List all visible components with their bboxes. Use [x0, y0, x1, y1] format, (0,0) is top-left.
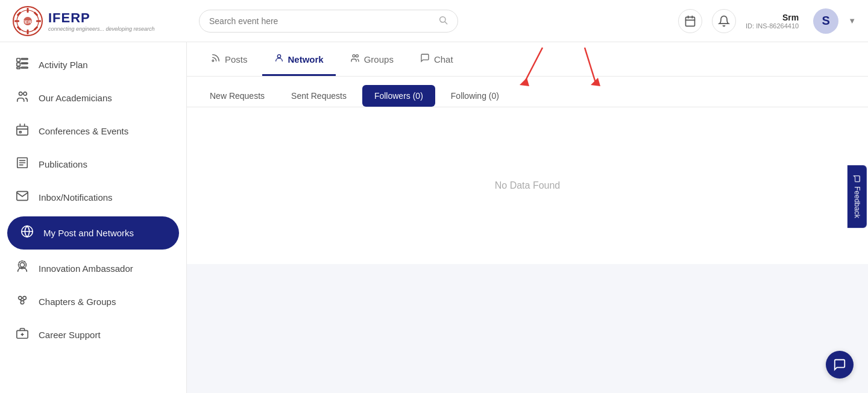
sub-tab-following[interactable]: Following (0): [440, 85, 510, 107]
sidebar-item-inbox-notifications[interactable]: Inbox/Notifications: [0, 181, 186, 214]
sidebar-item-activity-plan[interactable]: Activity Plan: [0, 48, 186, 81]
svg-rect-20: [17, 63, 20, 66]
header-right: Srm ID: INS-86264410 S ▼: [678, 8, 856, 34]
sub-tabs: New Requests Sent Requests Followers (0)…: [187, 77, 868, 107]
sidebar-item-my-post-networks[interactable]: My Post and Networks: [7, 216, 179, 250]
sub-tab-followers[interactable]: Followers (0): [362, 85, 435, 107]
svg-point-45: [277, 55, 280, 58]
svg-rect-7: [34, 11, 39, 16]
svg-rect-9: [34, 26, 39, 31]
logo-name: IFERP: [48, 10, 155, 26]
sidebar-item-innovation-ambassador[interactable]: Innovation Ambassador: [0, 252, 186, 285]
svg-point-46: [353, 55, 355, 57]
sidebar-item-career-support[interactable]: Career Support: [0, 318, 186, 351]
svg-line-13: [445, 22, 447, 24]
svg-rect-2: [27, 8, 29, 13]
sidebar-label-career-support: Career Support: [39, 330, 101, 340]
svg-point-25: [24, 92, 27, 96]
svg-rect-6: [17, 11, 22, 16]
sidebar: Activity Plan Our Academicians Conferenc…: [0, 42, 187, 393]
sidebar-label-chapters-groups: Chapters & Groups: [39, 297, 116, 307]
svg-point-24: [19, 92, 23, 96]
svg-rect-22: [17, 67, 20, 69]
notification-bell-button[interactable]: [712, 9, 736, 33]
tab-groups[interactable]: Groups: [338, 42, 406, 76]
chat-tab-label: Chat: [434, 54, 453, 64]
our-academicians-icon: [14, 90, 30, 106]
user-name: Srm: [782, 13, 799, 22]
svg-rect-5: [36, 20, 41, 22]
new-requests-label: New Requests: [210, 91, 265, 101]
no-data-area: No Data Found: [187, 107, 868, 264]
sidebar-label-our-academicians: Our Academicians: [39, 93, 112, 103]
dropdown-arrow-icon[interactable]: ▼: [848, 16, 856, 25]
sub-tab-sent-requests[interactable]: Sent Requests: [280, 85, 357, 107]
posts-tab-icon: [211, 53, 221, 66]
logo-icon: IFERP: [12, 5, 43, 37]
groups-tab-icon: [350, 53, 360, 66]
svg-point-34: [20, 263, 24, 267]
groups-tab-label: Groups: [364, 54, 394, 64]
career-support-icon: [14, 327, 30, 343]
network-tab-icon: [274, 53, 284, 66]
no-data-text: No Data Found: [495, 180, 561, 191]
svg-rect-26: [17, 127, 28, 136]
chat-tab-icon: [420, 53, 430, 66]
sidebar-item-chapters-groups[interactable]: Chapters & Groups: [0, 285, 186, 318]
posts-tab-label: Posts: [225, 54, 248, 64]
svg-rect-21: [21, 63, 28, 64]
tab-chat[interactable]: Chat: [408, 42, 465, 76]
chat-bubble-button[interactable]: [826, 351, 854, 379]
svg-text:IFERP: IFERP: [20, 19, 35, 25]
tab-posts[interactable]: Posts: [199, 42, 260, 76]
chapters-groups-icon: [14, 294, 30, 310]
sub-tabs-wrapper: New Requests Sent Requests Followers (0)…: [187, 77, 868, 107]
logo-text: IFERP connecting engineers... developing…: [48, 10, 155, 32]
main-tabs: Posts Network Groups: [187, 42, 868, 77]
avatar[interactable]: S: [813, 8, 838, 34]
calendar-button[interactable]: [678, 9, 702, 33]
sidebar-label-innovation-ambassador: Innovation Ambassador: [39, 263, 133, 274]
sidebar-label-inbox-notifications: Inbox/Notifications: [39, 192, 113, 203]
svg-rect-23: [21, 67, 28, 68]
svg-point-37: [23, 297, 26, 300]
sidebar-item-publications[interactable]: Publications: [0, 148, 186, 181]
user-id: ID: INS-86264410: [746, 22, 799, 30]
sidebar-item-conferences-events[interactable]: Conferences & Events: [0, 115, 186, 148]
content-area: Posts Network Groups: [187, 42, 868, 393]
svg-point-38: [20, 301, 24, 304]
svg-rect-27: [19, 131, 21, 133]
my-post-networks-icon: [19, 225, 35, 241]
publications-icon: [14, 156, 30, 172]
conferences-events-icon: [14, 123, 30, 139]
sidebar-label-publications: Publications: [39, 159, 87, 169]
svg-point-44: [212, 60, 214, 61]
tab-network[interactable]: Network: [262, 42, 336, 76]
sent-requests-label: Sent Requests: [291, 91, 347, 101]
feedback-label: Feedback: [853, 186, 861, 218]
network-tab-label: Network: [288, 54, 324, 64]
activity-plan-icon: [14, 57, 30, 73]
sidebar-item-our-academicians[interactable]: Our Academicians: [0, 81, 186, 115]
feedback-button[interactable]: Feedback: [848, 165, 867, 228]
search-bar[interactable]: [199, 10, 458, 33]
svg-point-47: [356, 55, 358, 57]
logo-area: IFERP IFERP connecting engineers... deve…: [12, 5, 199, 37]
search-icon: [438, 15, 448, 27]
logo-subtitle: connecting engineers... developing resea…: [48, 26, 155, 32]
feedback-icon: [854, 175, 861, 183]
svg-point-36: [19, 297, 22, 300]
sidebar-label-activity-plan: Activity Plan: [39, 60, 88, 70]
header: IFERP IFERP connecting engineers... deve…: [0, 0, 868, 42]
svg-rect-14: [686, 17, 695, 26]
sidebar-label-my-post-networks: My Post and Networks: [43, 228, 134, 238]
sub-tab-new-requests[interactable]: New Requests: [199, 85, 275, 107]
chat-bubble-icon: [833, 358, 846, 371]
main-layout: Activity Plan Our Academicians Conferenc…: [0, 42, 868, 393]
sidebar-label-conferences-events: Conferences & Events: [39, 126, 128, 136]
search-input[interactable]: [209, 16, 433, 26]
svg-rect-19: [21, 58, 28, 60]
svg-rect-4: [14, 20, 19, 22]
svg-rect-8: [17, 26, 22, 31]
search-area: [199, 10, 678, 33]
